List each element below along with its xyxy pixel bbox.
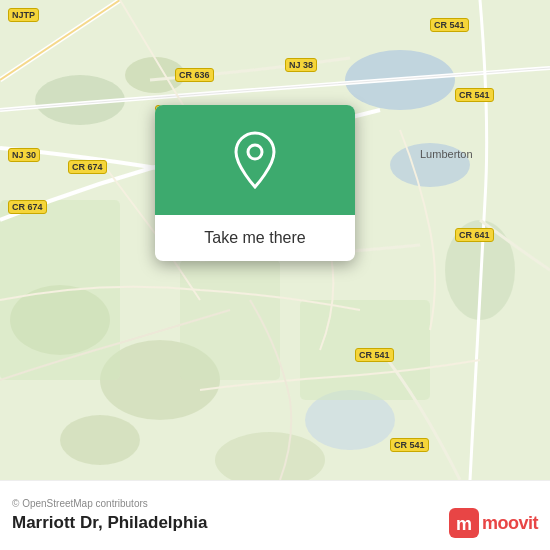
svg-rect-13 [300, 300, 430, 400]
bottom-bar: © OpenStreetMap contributors Marriott Dr… [0, 480, 550, 550]
moovit-icon: m [449, 508, 479, 538]
map-container: NJTP NJ 38 NJ 30 CR 636 CR 674 CR 674 CR… [0, 0, 550, 480]
moovit-logo: m moovit [449, 508, 538, 538]
popup-tail [246, 215, 266, 227]
location-pin-icon [231, 131, 279, 189]
svg-point-4 [390, 143, 470, 187]
svg-point-9 [60, 415, 140, 465]
popup-card-green-area [155, 105, 355, 215]
svg-point-2 [125, 57, 185, 93]
take-me-there-button[interactable]: Take me there [204, 229, 305, 246]
moovit-text: moovit [482, 513, 538, 534]
svg-point-16 [248, 145, 262, 159]
svg-text:m: m [456, 514, 472, 534]
popup-card: Take me there [155, 105, 355, 261]
